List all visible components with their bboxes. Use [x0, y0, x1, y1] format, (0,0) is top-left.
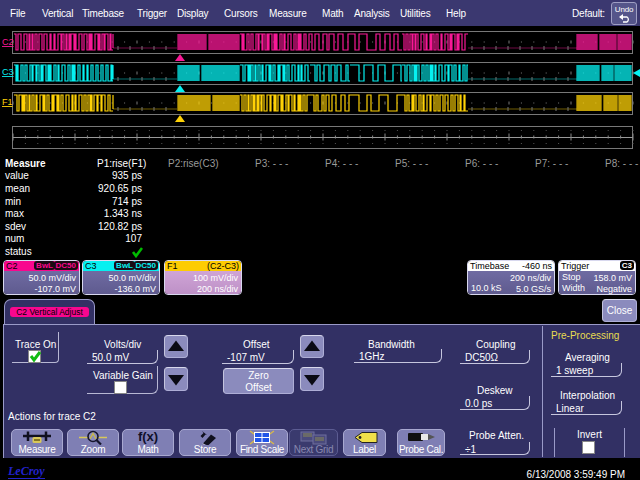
svg-text:C2: C2	[2, 37, 14, 47]
svg-text:F1: F1	[2, 97, 13, 107]
svg-text:C3: C3	[2, 67, 14, 77]
